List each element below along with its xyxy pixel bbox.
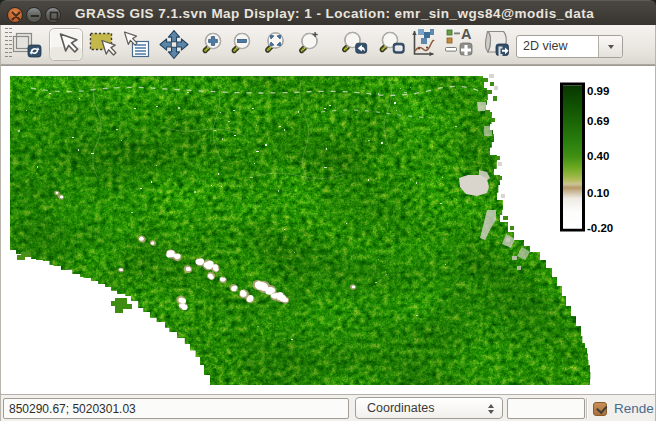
svg-text:0.10: 0.10 (587, 187, 609, 199)
svg-text:0.99: 0.99 (587, 85, 609, 97)
svg-text:-0.20: -0.20 (587, 222, 613, 234)
svg-text:0.40: 0.40 (587, 150, 609, 162)
svg-text:0.69: 0.69 (587, 115, 609, 127)
svg-text:A: A (461, 26, 472, 42)
